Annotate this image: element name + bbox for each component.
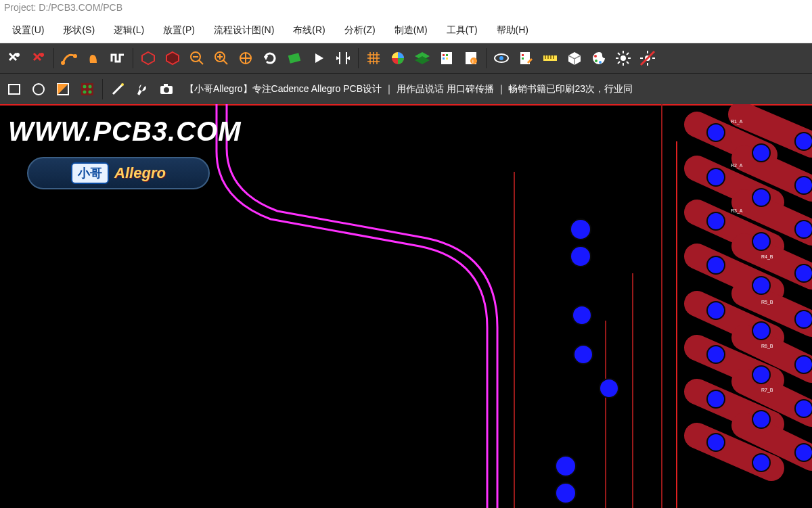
split-tool-icon[interactable]	[51, 78, 74, 101]
menu-tools[interactable]: 工具(T)	[437, 20, 487, 41]
svg-point-69	[121, 83, 124, 86]
camera-icon[interactable]	[155, 78, 178, 101]
toolbar-row-2: 【小哥Allegro】专注Cadence Allegro PCB设计 ｜ 用作品…	[0, 74, 812, 104]
svg-point-1	[40, 53, 44, 57]
svg-point-94	[752, 366, 770, 384]
menu-route[interactable]: 布线(R)	[284, 20, 334, 41]
svg-marker-4	[142, 52, 154, 64]
svg-rect-17	[288, 53, 301, 64]
svg-text:i: i	[472, 58, 474, 64]
brightness-icon[interactable]	[612, 47, 635, 70]
wand-icon[interactable]	[106, 78, 129, 101]
align-icon[interactable]	[332, 47, 355, 70]
svg-text:R4_B: R4_B	[761, 254, 773, 260]
svg-point-71	[164, 87, 169, 93]
svg-point-110	[570, 246, 591, 267]
svg-text:R6_B: R6_B	[761, 344, 773, 349]
svg-point-83	[795, 177, 812, 194]
menu-settings[interactable]: 设置(U)	[3, 20, 53, 41]
refresh-icon[interactable]	[258, 47, 281, 70]
watermark: WWW.PCB3.COM	[8, 116, 242, 147]
svg-point-32	[470, 57, 477, 64]
svg-line-52	[627, 53, 629, 55]
palette-icon[interactable]	[587, 47, 610, 70]
chip-icon[interactable]	[283, 47, 306, 70]
svg-point-95	[795, 356, 812, 373]
pin-remove-icon[interactable]	[27, 47, 50, 70]
svg-rect-38	[522, 57, 524, 60]
svg-point-100	[752, 454, 770, 471]
svg-point-111	[572, 306, 591, 325]
svg-point-98	[795, 400, 812, 417]
zoom-out-icon[interactable]	[185, 47, 208, 70]
circle-tool-icon[interactable]	[27, 78, 50, 101]
svg-point-84	[707, 212, 725, 230]
menu-logic[interactable]: 逻辑(L)	[104, 20, 154, 41]
svg-rect-59	[9, 85, 20, 94]
svg-point-81	[707, 168, 725, 186]
svg-point-82	[752, 189, 770, 206]
pin-icon[interactable]	[3, 47, 26, 70]
pcb-canvas[interactable]: R1_A R2_A R3_A R4_B R5_B R6_B R7_B WWW.P…	[0, 104, 812, 508]
svg-text:R5_B: R5_B	[761, 300, 773, 305]
svg-point-86	[795, 221, 812, 238]
via-column	[556, 219, 618, 503]
svg-rect-29	[443, 57, 445, 60]
project-path: Project: D:/PCB3.COM/PCB	[4, 2, 122, 13]
grid-icon[interactable]	[362, 47, 385, 70]
svg-point-109	[570, 219, 591, 239]
svg-rect-30	[446, 57, 448, 60]
toolbar-row-1: i	[0, 43, 812, 74]
menu-manufacture[interactable]: 制造(M)	[385, 20, 437, 41]
sheet-edit-icon[interactable]	[514, 47, 537, 70]
svg-point-101	[795, 444, 812, 461]
svg-point-89	[795, 264, 812, 282]
svg-point-41	[594, 55, 597, 57]
title-bar: Project: D:/PCB3.COM/PCB	[0, 0, 812, 18]
zoom-in-icon[interactable]	[210, 47, 233, 70]
hex-icon[interactable]	[137, 47, 160, 70]
wave-icon[interactable]	[106, 47, 129, 70]
menu-place[interactable]: 放置(P)	[154, 20, 204, 41]
brightness-off-icon[interactable]	[636, 47, 659, 70]
svg-point-79	[752, 144, 770, 162]
svg-point-67	[89, 90, 92, 93]
svg-point-42	[595, 60, 597, 62]
wrench-icon[interactable]	[131, 78, 154, 101]
hand-icon[interactable]	[82, 47, 105, 70]
svg-point-88	[752, 277, 770, 294]
menu-flow[interactable]: 流程设计图(N)	[204, 20, 284, 41]
menu-analyze[interactable]: 分析(Z)	[335, 20, 385, 41]
svg-point-66	[83, 90, 87, 93]
color-wheel-icon[interactable]	[386, 47, 409, 70]
sheet-grid-icon[interactable]	[435, 47, 458, 70]
ruler-icon[interactable]	[539, 47, 562, 70]
svg-marker-16	[264, 56, 268, 60]
svg-point-2	[61, 61, 65, 65]
svg-point-114	[556, 456, 576, 476]
svg-point-78	[707, 124, 725, 141]
toolbar-divider	[53, 48, 54, 68]
menu-help[interactable]: 帮助(H)	[487, 20, 538, 41]
svg-point-87	[707, 256, 725, 274]
menu-shape[interactable]: 形状(S)	[53, 20, 104, 41]
zoom-fit-icon[interactable]	[234, 47, 257, 70]
layers-icon[interactable]	[411, 47, 434, 70]
route-icon[interactable]	[58, 47, 81, 70]
svg-line-68	[113, 85, 122, 94]
svg-line-10	[223, 60, 227, 64]
svg-point-97	[752, 411, 770, 428]
promo-text: 【小哥Allegro】专注Cadence Allegro PCB设计 ｜ 用作品…	[179, 83, 633, 95]
svg-point-35	[499, 56, 503, 60]
logo-badge: 小哥 Allegro	[27, 157, 210, 189]
sheet-info-icon[interactable]: i	[459, 47, 482, 70]
play-icon[interactable]	[307, 47, 330, 70]
pads-tool-icon[interactable]	[76, 78, 99, 101]
svg-point-92	[795, 310, 812, 328]
rect-tool-icon[interactable]	[3, 78, 26, 101]
menu-bar: 设置(U) 形状(S) 逻辑(L) 放置(P) 流程设计图(N) 布线(R) 分…	[0, 18, 812, 43]
cube-icon[interactable]	[563, 47, 586, 70]
eye-icon[interactable]	[490, 47, 513, 70]
svg-point-96	[707, 390, 725, 408]
hex-fill-icon[interactable]	[161, 47, 184, 70]
